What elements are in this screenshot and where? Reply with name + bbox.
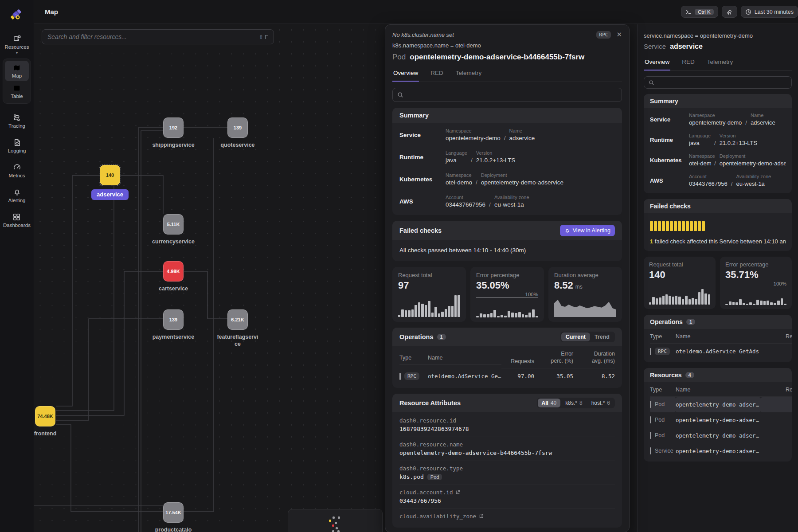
resource-name[interactable]: opentelemetry-demo-adservice-b4466455b-7… (676, 428, 761, 443)
minimap-dot (336, 527, 338, 529)
chart-bar (401, 309, 403, 317)
attribute-row[interactable]: dash0.resource.typek8s.podPod (399, 461, 615, 485)
resources-subgroup: Map Table (3, 59, 31, 104)
chart-bar (749, 302, 752, 305)
operation-requests: 140 (761, 344, 792, 359)
dashboards-icon (12, 213, 21, 221)
sidebar-item-resources[interactable]: Resources ▾ (5, 35, 29, 54)
row-indicator (650, 348, 651, 355)
view-in-alerting-button[interactable]: View in Alerting (560, 225, 615, 236)
filter-chip-All[interactable]: All40 (538, 399, 561, 407)
summary-value: java (446, 157, 467, 164)
chart-bar (438, 313, 440, 317)
toggle-current[interactable]: Current (561, 332, 590, 341)
command-palette-button[interactable]: Ctrl K (681, 6, 718, 18)
summary-row-label: Runtime (399, 154, 446, 160)
map-search-input[interactable]: Search and filter resources... ⇧ F (42, 29, 274, 44)
minimap[interactable] (288, 509, 383, 532)
tab-red[interactable]: RED (430, 66, 444, 82)
request-total-chart (398, 294, 460, 317)
chart-bar (665, 294, 668, 305)
summary-row-label: AWS (650, 177, 689, 184)
node-label-currencyservice: currencyservice (149, 239, 198, 246)
map-edge (184, 271, 227, 319)
attribute-key: dash0.resource.name (399, 441, 615, 448)
chart-bar (692, 298, 694, 305)
resource-name[interactable]: opentelemetry-demo:adservice (676, 444, 761, 459)
sidebar-item-tracing[interactable]: Tracing (8, 113, 25, 129)
duration-average-tile[interactable]: Duration average 8.52 ms (548, 267, 622, 322)
attribute-row[interactable]: cloud.account.id034437667956 (399, 485, 615, 509)
node-label-adservice[interactable]: adservice (91, 189, 129, 200)
failed-check-bar (698, 221, 701, 231)
attribute-row[interactable]: cloud.availability_zone (399, 509, 615, 524)
operation-row-type: RPC (650, 344, 676, 360)
map-node-featureflagservice[interactable]: 6.21Kfeatureflagservice (227, 309, 248, 330)
service-panel-search-input[interactable] (644, 76, 792, 89)
time-range-label: Last 30 minutes (755, 9, 794, 15)
chart-bar (425, 305, 427, 317)
failed-check-bar (650, 221, 653, 231)
summary-col: Version21.0.2+13-LTS (476, 150, 516, 164)
error-percentage-tile[interactable]: Error percentage 35.05% 100% (470, 267, 544, 322)
sidebar-item-table[interactable]: Table (5, 81, 29, 102)
tab-overview[interactable]: Overview (644, 55, 670, 70)
summary-col: Nameadservice (751, 113, 775, 126)
map-node-shippingservice[interactable]: 192shippingservice (163, 117, 184, 138)
resource-name[interactable]: opentelemetry-demo-adservice-b4466455b-7… (676, 413, 761, 428)
operation-row-type: RPC (399, 368, 428, 384)
resource-name[interactable]: opentelemetry-demo-adservice-b4466455b-7… (676, 397, 761, 412)
summary-card: Summary ServiceNamespaceopentelemetry-de… (392, 108, 622, 215)
chart-bar (704, 293, 707, 305)
error-percentage-tile[interactable]: Error percentage 35.71% 100% (720, 257, 792, 309)
chart-bar (729, 301, 732, 305)
sidebar-item-logging[interactable]: Logging (8, 138, 26, 153)
tab-red[interactable]: RED (681, 55, 696, 70)
chart-bar (428, 301, 430, 317)
map-node-productcatalogservice[interactable]: 17.54Kproductcatalogservice (163, 502, 184, 523)
onboarding-telescope-button[interactable] (722, 6, 737, 18)
map-node-cartservice[interactable]: 4.98Kcartservice (163, 261, 184, 282)
chart-bar (418, 302, 420, 317)
sidebar-item-metrics[interactable]: Metrics (8, 163, 25, 178)
filter-chip-host[interactable]: host.*6 (587, 399, 614, 407)
sidebar-item-alerting[interactable]: Alerting (8, 188, 26, 203)
sidebar-item-dashboards[interactable]: Dashboards (3, 213, 31, 228)
sidebar-item-map[interactable]: Map (5, 61, 29, 81)
close-icon[interactable]: ✕ (616, 31, 622, 39)
chart-bar (784, 304, 786, 305)
time-range-selector[interactable]: Last 30 minutes (741, 6, 798, 18)
attribute-row[interactable]: dash0.resource.nameopentelemetry-demo-ad… (399, 437, 615, 461)
dash0-logo[interactable] (8, 5, 26, 23)
map-node-paymentservice[interactable]: 139paymentservice (163, 309, 184, 330)
map-node-frontend[interactable]: 74.48Kfrontend (35, 406, 55, 426)
summary-value: java (689, 140, 711, 146)
summary-row: KubernetesNamespaceotel-demo/Deploymento… (650, 150, 786, 170)
filter-chip-k8s[interactable]: k8s.*8 (561, 399, 586, 407)
request-total-tile[interactable]: Request total 140 (644, 257, 716, 309)
summary-value: eu-west-1a (736, 180, 771, 187)
map-node-currencyservice[interactable]: 5.11Kcurrencyservice (163, 214, 184, 235)
map-search-placeholder: Search and filter resources... (47, 33, 255, 40)
chart-bar (675, 296, 677, 305)
tab-telemetry[interactable]: Telemetry (706, 55, 734, 70)
request-total-tile[interactable]: Request total 97 (392, 267, 466, 322)
pod-panel-search-input[interactable] (392, 88, 622, 102)
summary-value: otel-demo (446, 179, 472, 186)
operation-name[interactable]: oteldemo.AdService GetAds (676, 344, 761, 359)
tab-telemetry[interactable]: Telemetry (455, 66, 483, 82)
summary-key: Account (446, 195, 485, 200)
summary-col: Availability zoneeu-west-1a (736, 174, 771, 187)
map-node-adservice[interactable]: 140adservice (100, 165, 120, 185)
toggle-trend[interactable]: Trend (590, 332, 614, 341)
entity-title: Service adservice (644, 43, 792, 51)
operation-name[interactable]: oteldemo.AdService GetAds (428, 369, 501, 384)
attribute-row[interactable]: dash0.resource.id16879839242863974678 (399, 413, 615, 437)
resources-count-badge: 4 (685, 372, 694, 378)
summary-row-values: Namespaceotel-demo/Deploymentopentelemet… (689, 153, 786, 167)
summary-row: RuntimeLanguagejava/Version21.0.2+13-LTS (650, 129, 786, 150)
summary-key: Availability zone (736, 174, 771, 179)
tab-overview[interactable]: Overview (392, 66, 419, 82)
map-node-quoteservice[interactable]: 139quoteservice (227, 117, 248, 138)
summary-col: Deploymentopentelemetry-demo-adservice (720, 153, 786, 167)
